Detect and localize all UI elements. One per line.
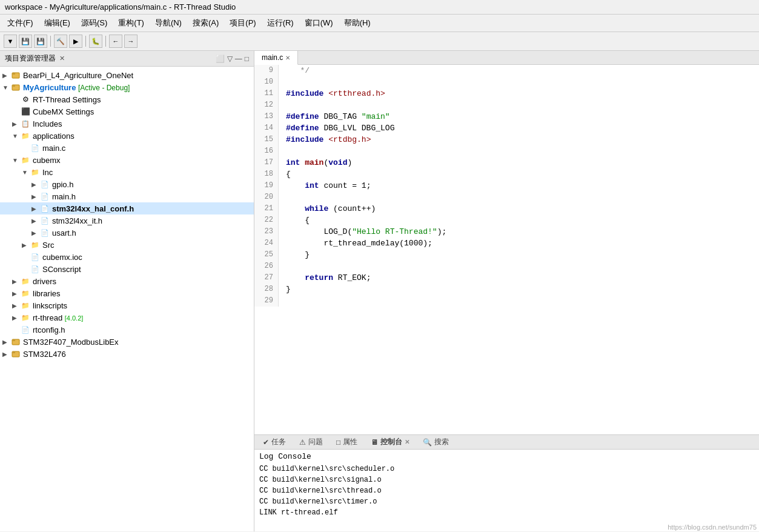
menu-item-E[interactable]: 编辑(E) bbox=[39, 16, 75, 30]
tree-arrow-applications[interactable]: ▼ bbox=[12, 133, 21, 139]
bottom-tab-tasks[interactable]: ✔任务 bbox=[257, 435, 292, 449]
tree-arrow-stm32l4xx-it[interactable]: ▶ bbox=[31, 218, 40, 224]
bottom-tab-problems[interactable]: ⚠问题 bbox=[293, 435, 329, 449]
code-editor[interactable]: 9 */1011#include <rtthread.h>1213#define… bbox=[254, 65, 759, 434]
tree-item-Inc[interactable]: ▼📁Inc bbox=[0, 166, 254, 178]
tree-item-cubemx-ioc[interactable]: 📄cubemx.ioc bbox=[0, 251, 254, 263]
tree-arrow-Inc[interactable]: ▼ bbox=[22, 169, 30, 176]
menu-item-R[interactable]: 运行(R) bbox=[262, 16, 299, 30]
tab-close-main-c-tab[interactable]: ✕ bbox=[285, 55, 290, 61]
tree-arrow-libraries[interactable]: ▶ bbox=[12, 290, 21, 297]
tree-item-cubemx-settings[interactable]: ⬛CubeMX Settings bbox=[0, 105, 254, 118]
panel-icon-menu[interactable]: ▽ bbox=[227, 55, 233, 63]
tree-item-drivers[interactable]: ▶📁drivers bbox=[0, 275, 254, 287]
toolbar-btn-run[interactable]: ▶ bbox=[69, 35, 82, 48]
panel-icon-collapse[interactable]: ⬜ bbox=[216, 55, 225, 63]
line-content-14[interactable]: #define DBG_LVL DBG_LOG bbox=[279, 122, 394, 134]
tree-item-stm32l4xx-it[interactable]: ▶📄stm32l4xx_it.h bbox=[0, 214, 254, 227]
line-content-13[interactable]: #define DBG_TAG "main" bbox=[279, 111, 390, 122]
tree-item-sconscript1[interactable]: 📄SConscript bbox=[0, 263, 254, 275]
tree-arrow-linkscripts[interactable]: ▶ bbox=[12, 302, 21, 309]
toolbar-btn-save2[interactable]: 💾 bbox=[34, 35, 47, 48]
tree-item-stm32f407[interactable]: ▶STM32F407_ModbusLibEx bbox=[0, 336, 254, 348]
toolbar-btn-debug[interactable]: 🐛 bbox=[89, 35, 102, 48]
line-content-19[interactable]: int count = 1; bbox=[279, 180, 371, 191]
tree-arrow-rt-thread[interactable]: ▶ bbox=[12, 314, 21, 321]
menu-item-F[interactable]: 文件(F) bbox=[2, 16, 38, 30]
line-content-28[interactable]: } bbox=[279, 284, 291, 295]
tree-arrow-stm32f407[interactable]: ▶ bbox=[2, 339, 11, 345]
menu-item-H[interactable]: 帮助(H) bbox=[339, 16, 376, 30]
tree-item-main-h[interactable]: ▶📄main.h bbox=[0, 190, 254, 202]
line-content-24[interactable]: rt_thread_mdelay(1000); bbox=[279, 238, 433, 249]
tree-arrow-Src[interactable]: ▶ bbox=[22, 242, 30, 248]
tree-item-Src[interactable]: ▶📁Src bbox=[0, 239, 254, 251]
tree-arrow-myag[interactable]: ▼ bbox=[2, 84, 11, 91]
line-content-17[interactable]: int main(void) bbox=[279, 157, 352, 168]
tree-item-main-c[interactable]: 📄main.c bbox=[0, 142, 254, 154]
toolbar-btn-build[interactable]: 🔨 bbox=[54, 35, 67, 48]
tree-arrow-drivers[interactable]: ▶ bbox=[12, 278, 21, 285]
tree-item-rtconfig-h[interactable]: 📄rtconfig.h bbox=[0, 324, 254, 336]
menu-item-T[interactable]: 重构(T) bbox=[113, 16, 149, 30]
tree-item-rt-thread[interactable]: ▶📁rt-thread [4.0.2] bbox=[0, 311, 254, 324]
toolbar-btn-save[interactable]: 💾 bbox=[19, 35, 32, 48]
line-content-11[interactable]: #include <rtthread.h> bbox=[279, 88, 385, 99]
editor-tab-main-c-tab[interactable]: main.c ✕ bbox=[254, 51, 298, 65]
tree-arrow-gpio-h[interactable]: ▶ bbox=[31, 181, 40, 188]
tree-item-usart-h[interactable]: ▶📄usart.h bbox=[0, 227, 254, 239]
line-content-25[interactable]: } bbox=[279, 249, 310, 261]
line-content-26[interactable] bbox=[279, 261, 286, 272]
tree-item-stm32l476[interactable]: ▶STM32L476 bbox=[0, 348, 254, 360]
tree-item-cubemx[interactable]: ▼📁cubemx bbox=[0, 154, 254, 166]
bottom-tab-icon-problems: ⚠ bbox=[299, 438, 306, 447]
menu-item-N[interactable]: 导航(N) bbox=[150, 16, 187, 30]
tree-label-linkscripts: linkscripts bbox=[33, 301, 67, 310]
tree-arrow-usart-h[interactable]: ▶ bbox=[31, 230, 40, 236]
line-content-27[interactable]: return RT_EOK; bbox=[279, 272, 371, 284]
tree-arrow-bearpi[interactable]: ▶ bbox=[2, 72, 11, 79]
bottom-tab-close-console[interactable]: ✕ bbox=[405, 439, 409, 445]
line-content-23[interactable]: LOG_D("Hello RT-Thread!"); bbox=[279, 226, 446, 238]
line-content-18[interactable]: { bbox=[279, 168, 291, 180]
tree-arrow-cubemx[interactable]: ▼ bbox=[12, 157, 21, 164]
panel-icon-max[interactable]: □ bbox=[245, 55, 249, 63]
tree-item-myag[interactable]: ▼MyAgriculture [Active - Debug] bbox=[0, 81, 254, 93]
svg-rect-3 bbox=[12, 85, 15, 87]
tree-item-gpio-h[interactable]: ▶📄gpio.h bbox=[0, 178, 254, 190]
tree-arrow-stm32l476[interactable]: ▶ bbox=[2, 351, 11, 357]
line-content-29[interactable] bbox=[279, 295, 286, 307]
tree-arrow-includes[interactable]: ▶ bbox=[12, 121, 21, 127]
line-content-20[interactable] bbox=[279, 191, 286, 203]
toolbar-btn-back[interactable]: ← bbox=[109, 35, 122, 48]
bottom-tab-console[interactable]: 🖥控制台 ✕ bbox=[365, 435, 416, 449]
bottom-tab-properties[interactable]: □属性 bbox=[330, 435, 363, 449]
tree-label-cubemx-ioc: cubemx.ioc bbox=[42, 253, 82, 262]
tree-item-applications[interactable]: ▼📁applications bbox=[0, 130, 254, 142]
line-content-12[interactable] bbox=[279, 99, 286, 111]
line-content-15[interactable]: #include <rtdbg.h> bbox=[279, 134, 371, 145]
toolbar-btn-new[interactable]: ▼ bbox=[4, 35, 17, 48]
tree-container[interactable]: ▶BearPi_L4_Agriculture_OneNet▼MyAgricult… bbox=[0, 67, 254, 531]
menu-item-S[interactable]: 源码(S) bbox=[76, 16, 112, 30]
tree-item-includes[interactable]: ▶📋Includes bbox=[0, 118, 254, 130]
menu-item-A[interactable]: 搜索(A) bbox=[188, 16, 224, 30]
tree-item-linkscripts[interactable]: ▶📁linkscripts bbox=[0, 299, 254, 311]
line-content-10[interactable] bbox=[279, 76, 286, 88]
tree-item-libraries[interactable]: ▶📁libraries bbox=[0, 287, 254, 299]
toolbar-btn-fwd[interactable]: → bbox=[124, 35, 138, 48]
bottom-tab-search[interactable]: 🔍搜索 bbox=[417, 435, 455, 449]
line-content-21[interactable]: while (count++) bbox=[279, 203, 376, 214]
panel-icon-min[interactable]: — bbox=[235, 55, 242, 63]
tree-item-bearpi[interactable]: ▶BearPi_L4_Agriculture_OneNet bbox=[0, 69, 254, 81]
line-content-9[interactable]: */ bbox=[279, 65, 310, 76]
line-content-16[interactable] bbox=[279, 145, 286, 157]
tree-item-stm32l4xx-hal[interactable]: ▶📄stm32l4xx_hal_conf.h bbox=[0, 202, 254, 214]
tree-arrow-main-h[interactable]: ▶ bbox=[31, 193, 40, 200]
menu-item-W[interactable]: 窗口(W) bbox=[300, 16, 338, 30]
tree-arrow-stm32l4xx-hal[interactable]: ▶ bbox=[31, 205, 40, 212]
panel-close-btn[interactable]: ✕ bbox=[59, 55, 65, 62]
tree-item-rt-settings[interactable]: ⚙RT-Thread Settings bbox=[0, 93, 254, 105]
menu-item-P[interactable]: 项目(P) bbox=[225, 16, 260, 30]
line-content-22[interactable]: { bbox=[279, 214, 310, 226]
